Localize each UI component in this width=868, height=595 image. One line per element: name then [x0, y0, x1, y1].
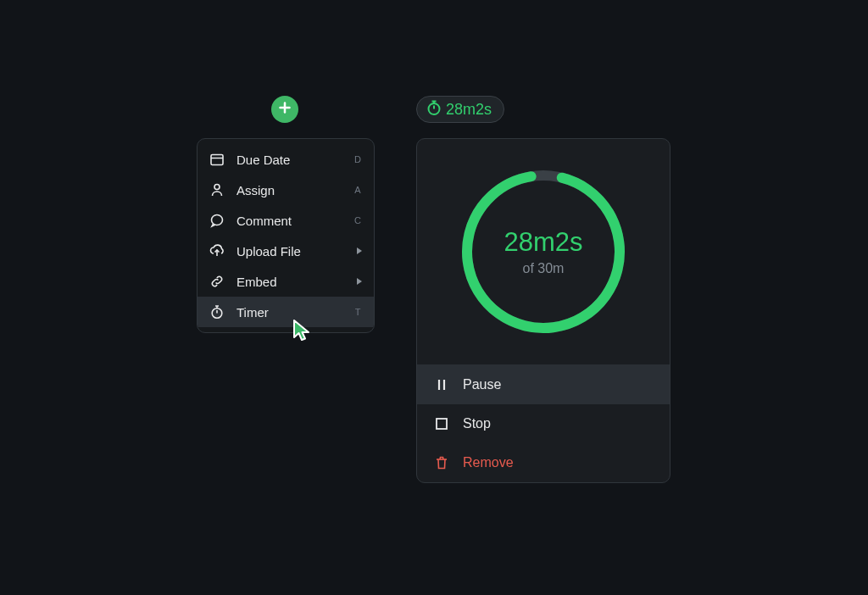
person-icon: [209, 182, 225, 197]
stopwatch-icon: [426, 99, 442, 120]
timer-action-stop[interactable]: Stop: [417, 404, 670, 443]
timer-ring-area: 28m2s of 30m: [417, 139, 670, 364]
menu-item-label: Due Date: [236, 153, 342, 167]
menu-item-label: Comment: [236, 214, 342, 228]
action-label: Stop: [463, 416, 491, 431]
svg-rect-20: [437, 419, 447, 429]
menu-item-upload-file[interactable]: Upload File: [198, 236, 374, 266]
menu-shortcut: C: [353, 215, 362, 225]
menu-item-label: Assign: [236, 183, 342, 197]
menu-shortcut: A: [353, 185, 362, 195]
chevron-right-icon: [357, 247, 362, 254]
menu-item-label: Timer: [236, 305, 342, 320]
timer-total: of 30m: [504, 261, 582, 276]
svg-point-8: [214, 185, 220, 190]
link-icon: [209, 274, 225, 289]
menu-item-label: Upload File: [236, 244, 345, 259]
timer-badge-text: 28m2s: [446, 101, 492, 119]
timer-action-pause[interactable]: Pause: [417, 365, 670, 404]
stop-icon: [434, 416, 449, 431]
timer-action-remove[interactable]: Remove: [417, 443, 670, 482]
context-menu: Due Date D Assign A Comment C Upload Fil…: [197, 138, 375, 333]
timer-panel: 28m2s of 30m Pause Stop: [416, 138, 670, 483]
add-button[interactable]: [271, 96, 298, 123]
menu-item-comment[interactable]: Comment C: [198, 205, 374, 236]
chevron-right-icon: [357, 278, 362, 285]
action-label: Remove: [463, 455, 514, 470]
svg-rect-6: [211, 155, 223, 165]
timer-badge[interactable]: 28m2s: [416, 96, 504, 123]
timer-elapsed: 28m2s: [504, 227, 582, 258]
pause-icon: [434, 377, 449, 392]
chat-icon: [209, 213, 225, 228]
menu-item-timer[interactable]: Timer T: [198, 297, 374, 327]
trash-icon: [434, 455, 449, 470]
calendar-icon: [209, 152, 225, 167]
upload-cloud-icon: [209, 243, 225, 259]
plus-icon: [278, 101, 292, 118]
svg-marker-10: [357, 247, 362, 254]
menu-item-embed[interactable]: Embed: [198, 266, 374, 297]
stopwatch-icon: [209, 304, 225, 320]
timer-actions-list: Pause Stop Remove: [417, 364, 670, 482]
menu-shortcut: D: [353, 154, 362, 164]
menu-item-due-date[interactable]: Due Date D: [198, 144, 374, 175]
menu-item-label: Embed: [236, 275, 345, 289]
menu-item-assign[interactable]: Assign A: [198, 175, 374, 205]
menu-shortcut: T: [353, 307, 362, 317]
svg-marker-11: [357, 278, 362, 285]
action-label: Pause: [463, 377, 501, 392]
